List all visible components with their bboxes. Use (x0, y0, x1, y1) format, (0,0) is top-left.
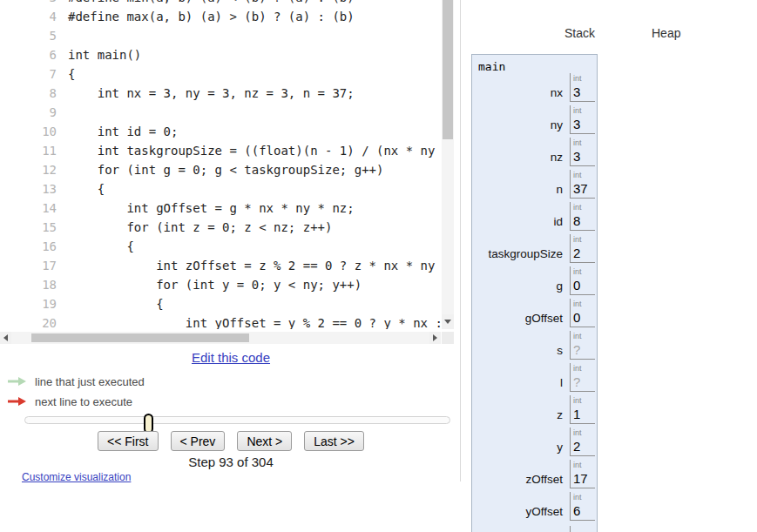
variable-type: int (573, 138, 591, 148)
line-number[interactable]: 4 (0, 7, 57, 26)
variable-value: 17 (573, 470, 591, 487)
legend-label: line that just executed (35, 375, 145, 388)
code-text: int gOffset = g * nx * ny * nz; (68, 199, 355, 218)
line-number[interactable]: 17 (0, 256, 57, 275)
variable-name: zOffset (472, 473, 563, 486)
variable-value: 1 (573, 406, 591, 422)
line-number[interactable]: 10 (0, 122, 57, 141)
scroll-down-button[interactable] (442, 314, 454, 329)
last-button[interactable]: Last >> (304, 431, 364, 451)
variable-rows: nx int 3 ny int 3 nz int 3 n int 37 id i… (472, 74, 597, 532)
variable-cell: int 2 (570, 428, 595, 456)
line-number[interactable]: 5 (0, 26, 57, 45)
code-text: int taskgroupSize = ((float)(n - 1) / (n… (68, 141, 442, 160)
code-text: { (68, 179, 105, 199)
code-line: 20 int yOffset = y % 2 == 0 ? y * nx : ( (0, 313, 442, 329)
first-button[interactable]: << First (98, 431, 158, 451)
scroll-left-button[interactable] (0, 332, 11, 344)
line-number[interactable]: 15 (0, 218, 57, 237)
next-line-arrow-icon (7, 396, 28, 407)
code-line: 4 #define max(a, b) (a) > (b) ? (a) : (b… (0, 7, 442, 26)
edit-code-link[interactable]: Edit this code (192, 350, 270, 365)
variable-type (573, 526, 591, 527)
variable-row: ny int 3 (472, 106, 597, 134)
line-number[interactable]: 19 (0, 294, 57, 313)
variable-cell: int 8 (570, 202, 595, 231)
code-lines: 3 #define min(a, b) (a) < (b) ? (a) : (b… (0, 0, 442, 329)
code-text: #define max(a, b) (a) > (b) ? (a) : (b) (68, 7, 355, 26)
panel-divider (460, 0, 461, 481)
code-line: 7 { (0, 64, 442, 84)
next-button[interactable]: Next > (237, 431, 292, 451)
line-number[interactable]: 18 (0, 275, 57, 294)
line-number[interactable]: 7 (0, 64, 57, 84)
variable-type: int (573, 460, 591, 470)
line-number[interactable]: 20 (0, 313, 57, 329)
scroll-right-button[interactable] (429, 332, 441, 344)
line-number[interactable]: 8 (0, 84, 57, 103)
line-number[interactable]: 13 (0, 179, 57, 199)
code-line: 19 { (0, 294, 442, 313)
variable-cell: int 6 (570, 492, 595, 521)
horizontal-scrollbar[interactable] (0, 332, 441, 344)
code-editor: 3 #define min(a, b) (a) < (b) ? (a) : (b… (0, 0, 442, 329)
variable-type: int (573, 170, 591, 180)
variable-name: g (472, 279, 563, 293)
vertical-scrollbar[interactable] (442, 0, 454, 329)
variable-type: int (573, 492, 591, 502)
variable-cell: int ? (570, 331, 595, 360)
code-text: int id = 0; (68, 122, 178, 141)
code-line: 9 (0, 103, 442, 122)
heap-header: Heap (652, 26, 680, 40)
variable-cell: int 17 (570, 460, 595, 488)
variable-row: n int 37 (472, 171, 597, 199)
line-number[interactable]: 16 (0, 237, 57, 256)
variable-value: 3 (573, 116, 591, 132)
frame-title: main (472, 55, 597, 74)
variable-row: g int 0 (472, 267, 597, 295)
variable-value: ? (573, 341, 591, 358)
variable-cell: int 37 (570, 170, 595, 199)
variable-value: 6 (573, 502, 591, 519)
code-text: for (int z = 0; z < nz; z++) (68, 218, 332, 237)
visualizer-app: 3 #define min(a, b) (a) < (b) ? (a) : (b… (0, 0, 757, 532)
line-number[interactable]: 11 (0, 141, 57, 160)
variable-type: int (573, 73, 591, 84)
code-text: int yOffset = y % 2 == 0 ? y * nx : ( (68, 313, 442, 329)
variable-cell: int 2 (570, 234, 595, 263)
code-line: 12 for (int g = 0; g < taskgroupSize; g+… (0, 160, 442, 179)
variable-type: int (573, 202, 591, 212)
variable-type: int (573, 105, 591, 116)
customize-visualization-link[interactable]: Customize visualization (22, 471, 131, 483)
legend-next-line: next line to execute (7, 394, 132, 409)
line-number[interactable]: 6 (0, 45, 57, 64)
code-text: int zOffset = z % 2 == 0 ? z * nx * ny : (68, 256, 442, 275)
variable-row: l int ? (472, 364, 597, 392)
variable-name: id (472, 215, 563, 228)
variable-name: gOffset (472, 312, 563, 325)
prev-button[interactable]: < Prev (171, 431, 226, 451)
line-number[interactable]: 9 (0, 103, 57, 122)
variable-row: id int 8 (472, 203, 597, 231)
horizontal-scrollbar-thumb[interactable] (31, 333, 249, 342)
variable-name: n (472, 183, 563, 196)
line-number[interactable]: 3 (0, 0, 57, 7)
code-line: 11 int taskgroupSize = ((float)(n - 1) /… (0, 141, 442, 160)
variable-type: int (573, 395, 591, 406)
variable-name: ny (472, 118, 563, 131)
scrollbar-corner (442, 332, 454, 344)
variable-row: gOffset int 0 (472, 300, 597, 327)
scroll-right-arrow-icon (433, 334, 437, 341)
vertical-scrollbar-thumb[interactable] (443, 0, 453, 139)
line-number[interactable]: 14 (0, 199, 57, 218)
code-line: 17 int zOffset = z % 2 == 0 ? z * nx * n… (0, 256, 442, 275)
code-text: { (68, 294, 164, 313)
variable-row (472, 525, 597, 532)
line-number[interactable]: 12 (0, 160, 57, 179)
variable-type: int (573, 266, 591, 277)
just-executed-arrow-icon (7, 376, 28, 387)
code-line: 8 int nx = 3, ny = 3, nz = 3, n = 37; (0, 84, 442, 103)
execution-slider[interactable] (24, 416, 450, 424)
variable-value: 0 (573, 309, 591, 326)
variable-row: y int 2 (472, 428, 597, 456)
